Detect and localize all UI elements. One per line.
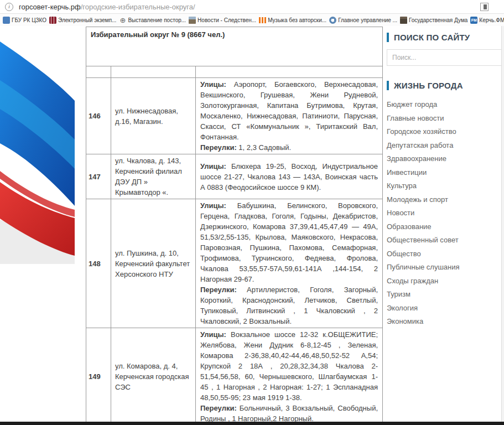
bookmark-flag-icon[interactable] — [480, 3, 489, 11]
url-path: /городские-избирательные-округа/ — [81, 3, 195, 11]
sidebar-link[interactable]: Культура — [387, 179, 503, 193]
sidebar-link[interactable]: Инвестиции — [387, 166, 503, 180]
polling-station-address: ул. Пушкина, д. 10, Керченский факультет… — [111, 199, 196, 328]
accent-bar — [387, 33, 389, 42]
empty-cell — [196, 66, 383, 78]
bookmark-item[interactable]: ГБУ РК ЦЗКО — [3, 17, 46, 24]
emblem-icon — [329, 17, 336, 24]
district-number: 149 — [86, 328, 111, 425]
polling-station-address: ул. Нижнесадовая, д.16, Магазин. — [111, 78, 196, 154]
accent-bar — [387, 81, 389, 90]
districts-table: Избирательный округ № 9 (8667 чел.) 146у… — [86, 27, 382, 425]
sidebar-link[interactable]: Публичные слушания — [387, 261, 503, 274]
bookmark-label: Новости - Следствен... — [198, 17, 256, 23]
sidebar-link[interactable]: Общественный совет — [387, 234, 503, 247]
book-icon — [49, 17, 56, 24]
photo-icon — [189, 17, 196, 24]
district-streets: Улицы: Аэропорт, Богаевского, Верхнесадо… — [196, 78, 383, 154]
district-number: 147 — [86, 154, 111, 199]
bookmark-label: ГБУ РК ЦЗКО — [12, 17, 46, 23]
empty-cell — [111, 66, 196, 78]
sidebar-link[interactable]: Бюджет города — [387, 98, 503, 112]
bookmark-item[interactable]: Новости - Следствен... — [189, 17, 256, 24]
districts-table-body: 146ул. Нижнесадовая, д.16, Магазин.Улицы… — [86, 78, 383, 425]
sidebar-link[interactable]: Депутатская работа — [387, 139, 503, 153]
sidebar-link[interactable]: Сходы граждан — [387, 274, 503, 288]
sidebar-link[interactable]: Экономика — [387, 315, 503, 329]
district-number: 146 — [86, 78, 111, 154]
bookmark-label: Электронный экземп... — [58, 17, 116, 23]
sidebar-link[interactable]: Молодежь и спорт — [387, 193, 503, 207]
sidebar-link[interactable]: Туризм — [387, 288, 503, 302]
district-streets: Улицы: Вокзальное шоссе 12-32 к.ОБЩЕЖИТИ… — [196, 328, 383, 425]
bookmark-label: Музыка без авторски... — [268, 17, 326, 23]
bookmark-label: Государственная Дума — [409, 17, 467, 23]
polling-station-address: ул. Чкалова, д. 143, Керченский филиал Д… — [111, 154, 196, 199]
sidebar-link[interactable]: Городское хозяйство — [387, 125, 503, 139]
sidebar-link[interactable]: Экология — [387, 302, 503, 315]
flag-ribbon-decoration — [0, 26, 75, 264]
table-row: 147ул. Чкалова, д. 143, Керченский филиа… — [86, 154, 383, 199]
sidebar-link[interactable]: Общество — [387, 247, 503, 261]
bookmark-item[interactable]: Главное управление ... — [329, 17, 397, 24]
url-text[interactable]: горсовет-керчь.рф/городские-избирательны… — [19, 3, 195, 11]
empty-row — [86, 66, 383, 78]
bookmark-item[interactable]: ⊕Выставление постор... — [119, 17, 186, 24]
bookmark-item[interactable]: Электронный экземп... — [49, 17, 116, 24]
district-streets: Улицы: Блюхера 19-25, Восход, Индустриал… — [196, 154, 383, 199]
search-input[interactable] — [387, 49, 503, 66]
bookmark-label: Главное управление ... — [338, 17, 397, 23]
district-streets: Улицы: Бабушкина, Белинского, Воровского… — [196, 199, 383, 328]
globe-icon: ⊕ — [119, 17, 126, 24]
fm-icon: FM — [470, 17, 477, 24]
city-life-title: ЖИЗНЬ ГОРОДА — [387, 81, 503, 90]
table-row: 146ул. Нижнесадовая, д.16, Магазин.Улицы… — [86, 78, 383, 154]
bookmarks-bar: ГБУ РК ЦЗКОЭлектронный экземп...⊕Выставл… — [0, 14, 504, 27]
bookmark-item[interactable]: FMКерчь.ФМ - вся прав.. — [470, 17, 504, 24]
table-row: 149ул. Комарова, д. 4, Керченская городс… — [86, 328, 383, 425]
address-bar[interactable]: i горсовет-керчь.рф/городские-избиратель… — [0, 0, 504, 14]
parliament-icon — [400, 17, 407, 24]
info-icon[interactable]: i — [5, 3, 13, 11]
bookmark-item[interactable]: Музыка без авторски... — [259, 17, 326, 23]
bookmark-label: Керчь.ФМ - вся прав.. — [479, 17, 504, 23]
empty-cell — [86, 66, 111, 78]
url-host: горсовет-керчь.рф — [19, 3, 81, 11]
scrollbar[interactable] — [501, 26, 504, 425]
sidebar-link[interactable]: Образование — [387, 220, 503, 234]
district-number: 148 — [86, 199, 111, 328]
gov-building-icon — [3, 17, 10, 24]
taskbar-edge — [0, 422, 504, 425]
bookmark-item[interactable]: Государственная Дума — [400, 17, 467, 24]
search-section-title-text: ПОИСК ПО САЙТУ — [394, 33, 470, 42]
page-content: Избирательный округ № 9 (8667 чел.) 146у… — [0, 26, 504, 425]
sidebar-link[interactable]: Главные новости — [387, 112, 503, 126]
district-group-header: Избирательный округ № 9 (8667 чел.) — [86, 27, 383, 66]
sidebar-link[interactable]: Здравоохранение — [387, 152, 503, 166]
equalizer-icon — [259, 17, 266, 23]
search-section-title: ПОИСК ПО САЙТУ — [387, 33, 503, 42]
table-row: 148ул. Пушкина, д. 10, Керченский факуль… — [86, 199, 383, 328]
sidebar: ПОИСК ПО САЙТУ ЖИЗНЬ ГОРОДА Бюджет город… — [387, 33, 503, 329]
polling-station-address: ул. Комарова, д. 4, Керченская городская… — [111, 328, 196, 425]
bookmark-label: Выставление постор... — [128, 17, 186, 23]
city-life-title-text: ЖИЗНЬ ГОРОДА — [394, 81, 463, 90]
sidebar-link[interactable]: Новости — [387, 206, 503, 220]
city-life-nav: Бюджет городаГлавные новостиГородское хо… — [387, 98, 503, 329]
